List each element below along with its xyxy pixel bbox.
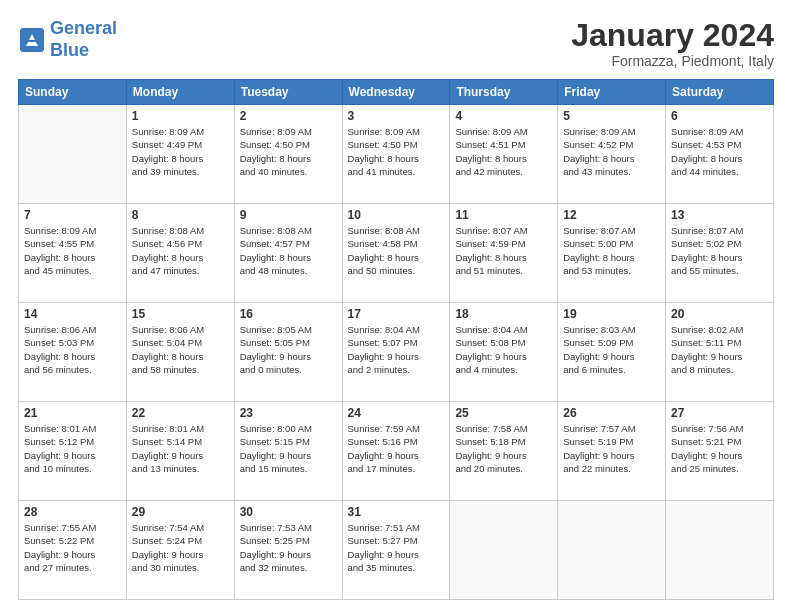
- day-cell: 28Sunrise: 7:55 AMSunset: 5:22 PMDayligh…: [19, 501, 127, 600]
- day-number: 19: [563, 307, 660, 321]
- day-info: Sunrise: 8:01 AMSunset: 5:14 PMDaylight:…: [132, 422, 229, 475]
- day-cell: [450, 501, 558, 600]
- day-cell: 29Sunrise: 7:54 AMSunset: 5:24 PMDayligh…: [126, 501, 234, 600]
- day-info: Sunrise: 8:09 AMSunset: 4:53 PMDaylight:…: [671, 125, 768, 178]
- calendar-table: SundayMondayTuesdayWednesdayThursdayFrid…: [18, 79, 774, 600]
- day-number: 25: [455, 406, 552, 420]
- day-cell: 21Sunrise: 8:01 AMSunset: 5:12 PMDayligh…: [19, 402, 127, 501]
- day-number: 13: [671, 208, 768, 222]
- day-cell: 1Sunrise: 8:09 AMSunset: 4:49 PMDaylight…: [126, 105, 234, 204]
- day-cell: 22Sunrise: 8:01 AMSunset: 5:14 PMDayligh…: [126, 402, 234, 501]
- day-cell: 24Sunrise: 7:59 AMSunset: 5:16 PMDayligh…: [342, 402, 450, 501]
- day-info: Sunrise: 8:01 AMSunset: 5:12 PMDaylight:…: [24, 422, 121, 475]
- day-cell: [666, 501, 774, 600]
- day-number: 18: [455, 307, 552, 321]
- day-cell: 27Sunrise: 7:56 AMSunset: 5:21 PMDayligh…: [666, 402, 774, 501]
- day-info: Sunrise: 8:07 AMSunset: 5:02 PMDaylight:…: [671, 224, 768, 277]
- day-number: 11: [455, 208, 552, 222]
- day-info: Sunrise: 7:54 AMSunset: 5:24 PMDaylight:…: [132, 521, 229, 574]
- day-info: Sunrise: 7:55 AMSunset: 5:22 PMDaylight:…: [24, 521, 121, 574]
- day-info: Sunrise: 8:09 AMSunset: 4:50 PMDaylight:…: [348, 125, 445, 178]
- day-cell: 31Sunrise: 7:51 AMSunset: 5:27 PMDayligh…: [342, 501, 450, 600]
- day-cell: 2Sunrise: 8:09 AMSunset: 4:50 PMDaylight…: [234, 105, 342, 204]
- day-cell: 6Sunrise: 8:09 AMSunset: 4:53 PMDaylight…: [666, 105, 774, 204]
- day-number: 21: [24, 406, 121, 420]
- header: General Blue January 2024 Formazza, Pied…: [18, 18, 774, 69]
- day-number: 2: [240, 109, 337, 123]
- day-info: Sunrise: 7:51 AMSunset: 5:27 PMDaylight:…: [348, 521, 445, 574]
- day-cell: 26Sunrise: 7:57 AMSunset: 5:19 PMDayligh…: [558, 402, 666, 501]
- day-number: 10: [348, 208, 445, 222]
- logo-blue: Blue: [50, 40, 89, 60]
- day-number: 14: [24, 307, 121, 321]
- week-row-3: 14Sunrise: 8:06 AMSunset: 5:03 PMDayligh…: [19, 303, 774, 402]
- day-info: Sunrise: 8:09 AMSunset: 4:51 PMDaylight:…: [455, 125, 552, 178]
- day-cell: 8Sunrise: 8:08 AMSunset: 4:56 PMDaylight…: [126, 204, 234, 303]
- week-row-4: 21Sunrise: 8:01 AMSunset: 5:12 PMDayligh…: [19, 402, 774, 501]
- day-number: 12: [563, 208, 660, 222]
- day-cell: [19, 105, 127, 204]
- day-number: 4: [455, 109, 552, 123]
- day-info: Sunrise: 8:02 AMSunset: 5:11 PMDaylight:…: [671, 323, 768, 376]
- col-header-tuesday: Tuesday: [234, 80, 342, 105]
- day-number: 31: [348, 505, 445, 519]
- day-info: Sunrise: 8:09 AMSunset: 4:52 PMDaylight:…: [563, 125, 660, 178]
- day-info: Sunrise: 8:07 AMSunset: 4:59 PMDaylight:…: [455, 224, 552, 277]
- day-cell: 10Sunrise: 8:08 AMSunset: 4:58 PMDayligh…: [342, 204, 450, 303]
- day-cell: [558, 501, 666, 600]
- day-info: Sunrise: 8:00 AMSunset: 5:15 PMDaylight:…: [240, 422, 337, 475]
- day-number: 27: [671, 406, 768, 420]
- day-info: Sunrise: 8:08 AMSunset: 4:56 PMDaylight:…: [132, 224, 229, 277]
- day-cell: 25Sunrise: 7:58 AMSunset: 5:18 PMDayligh…: [450, 402, 558, 501]
- col-header-saturday: Saturday: [666, 80, 774, 105]
- day-info: Sunrise: 8:08 AMSunset: 4:57 PMDaylight:…: [240, 224, 337, 277]
- svg-rect-2: [24, 40, 40, 42]
- day-info: Sunrise: 8:04 AMSunset: 5:07 PMDaylight:…: [348, 323, 445, 376]
- logo-text: General Blue: [50, 18, 117, 61]
- day-number: 8: [132, 208, 229, 222]
- day-cell: 3Sunrise: 8:09 AMSunset: 4:50 PMDaylight…: [342, 105, 450, 204]
- day-number: 6: [671, 109, 768, 123]
- day-cell: 17Sunrise: 8:04 AMSunset: 5:07 PMDayligh…: [342, 303, 450, 402]
- logo: General Blue: [18, 18, 117, 61]
- day-number: 29: [132, 505, 229, 519]
- page: General Blue January 2024 Formazza, Pied…: [0, 0, 792, 612]
- day-cell: 14Sunrise: 8:06 AMSunset: 5:03 PMDayligh…: [19, 303, 127, 402]
- day-number: 24: [348, 406, 445, 420]
- calendar-title: January 2024: [571, 18, 774, 53]
- day-number: 16: [240, 307, 337, 321]
- day-info: Sunrise: 7:56 AMSunset: 5:21 PMDaylight:…: [671, 422, 768, 475]
- day-cell: 7Sunrise: 8:09 AMSunset: 4:55 PMDaylight…: [19, 204, 127, 303]
- col-header-monday: Monday: [126, 80, 234, 105]
- day-cell: 30Sunrise: 7:53 AMSunset: 5:25 PMDayligh…: [234, 501, 342, 600]
- title-block: January 2024 Formazza, Piedmont, Italy: [571, 18, 774, 69]
- day-cell: 5Sunrise: 8:09 AMSunset: 4:52 PMDaylight…: [558, 105, 666, 204]
- day-number: 17: [348, 307, 445, 321]
- calendar-subtitle: Formazza, Piedmont, Italy: [571, 53, 774, 69]
- day-cell: 23Sunrise: 8:00 AMSunset: 5:15 PMDayligh…: [234, 402, 342, 501]
- col-header-wednesday: Wednesday: [342, 80, 450, 105]
- day-cell: 15Sunrise: 8:06 AMSunset: 5:04 PMDayligh…: [126, 303, 234, 402]
- day-cell: 13Sunrise: 8:07 AMSunset: 5:02 PMDayligh…: [666, 204, 774, 303]
- day-number: 9: [240, 208, 337, 222]
- day-cell: 4Sunrise: 8:09 AMSunset: 4:51 PMDaylight…: [450, 105, 558, 204]
- day-cell: 12Sunrise: 8:07 AMSunset: 5:00 PMDayligh…: [558, 204, 666, 303]
- day-cell: 19Sunrise: 8:03 AMSunset: 5:09 PMDayligh…: [558, 303, 666, 402]
- day-number: 1: [132, 109, 229, 123]
- day-info: Sunrise: 7:59 AMSunset: 5:16 PMDaylight:…: [348, 422, 445, 475]
- day-number: 15: [132, 307, 229, 321]
- col-header-sunday: Sunday: [19, 80, 127, 105]
- day-number: 20: [671, 307, 768, 321]
- day-number: 5: [563, 109, 660, 123]
- day-info: Sunrise: 8:06 AMSunset: 5:04 PMDaylight:…: [132, 323, 229, 376]
- day-info: Sunrise: 7:58 AMSunset: 5:18 PMDaylight:…: [455, 422, 552, 475]
- day-number: 28: [24, 505, 121, 519]
- week-row-2: 7Sunrise: 8:09 AMSunset: 4:55 PMDaylight…: [19, 204, 774, 303]
- day-cell: 18Sunrise: 8:04 AMSunset: 5:08 PMDayligh…: [450, 303, 558, 402]
- col-header-friday: Friday: [558, 80, 666, 105]
- day-number: 26: [563, 406, 660, 420]
- day-info: Sunrise: 8:05 AMSunset: 5:05 PMDaylight:…: [240, 323, 337, 376]
- day-number: 7: [24, 208, 121, 222]
- day-info: Sunrise: 8:04 AMSunset: 5:08 PMDaylight:…: [455, 323, 552, 376]
- day-info: Sunrise: 8:09 AMSunset: 4:49 PMDaylight:…: [132, 125, 229, 178]
